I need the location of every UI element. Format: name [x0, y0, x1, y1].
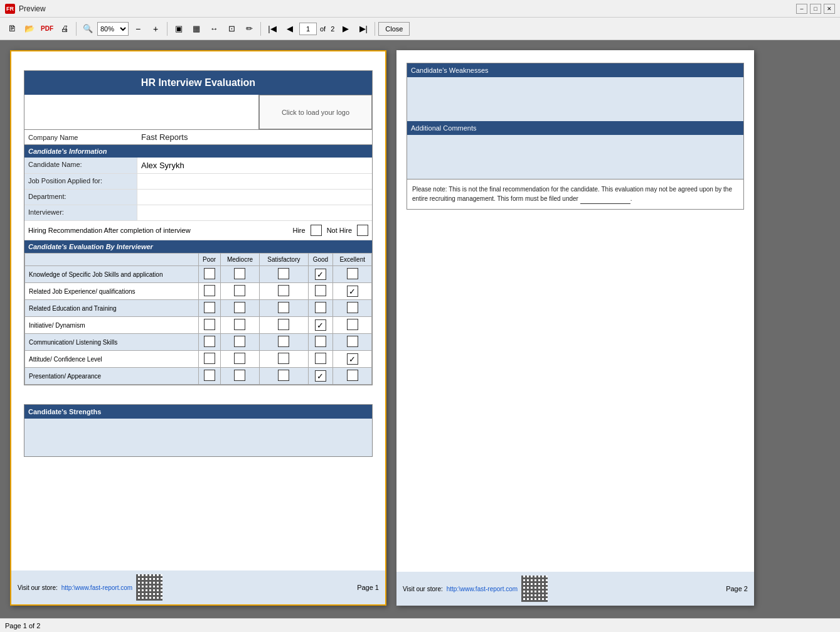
- page-number-input[interactable]: 1: [299, 23, 317, 35]
- minimize-button[interactable]: –: [796, 4, 807, 14]
- eval-checkbox-cell: [220, 334, 259, 351]
- eval-col-excellent: Excellent: [333, 254, 372, 266]
- eval-checkbox[interactable]: [347, 302, 358, 313]
- eval-checkbox[interactable]: [347, 370, 358, 381]
- fit-width-button[interactable]: ↔: [206, 21, 222, 37]
- eval-checkbox-cell: ✓: [333, 351, 372, 368]
- eval-checkbox[interactable]: [234, 353, 245, 364]
- zoom-select[interactable]: 80% 100% 150%: [97, 22, 129, 36]
- interviewer-value: [137, 205, 372, 220]
- eval-checkbox[interactable]: [347, 268, 358, 279]
- new-button[interactable]: 🖹: [4, 21, 20, 37]
- eval-checkbox[interactable]: [234, 370, 245, 381]
- save-pdf-button[interactable]: PDF: [39, 21, 55, 37]
- eval-checkbox[interactable]: ✓: [315, 319, 326, 331]
- close-preview-button[interactable]: Close: [378, 22, 410, 36]
- next-page-button[interactable]: ▶: [338, 21, 354, 37]
- eval-checkbox[interactable]: [315, 285, 326, 296]
- eval-checkbox[interactable]: [278, 285, 289, 296]
- company-row: Company Name Fast Reports: [24, 130, 372, 145]
- footer2-visit-text: Visit our store:: [403, 586, 443, 592]
- eval-checkbox-cell: [198, 283, 220, 300]
- load-logo-button[interactable]: Click to load your logo: [259, 95, 372, 129]
- eval-checkbox[interactable]: [347, 319, 358, 330]
- eval-checkbox[interactable]: [204, 285, 215, 296]
- eval-checkbox-cell: [220, 368, 259, 385]
- eval-checkbox[interactable]: [204, 268, 215, 279]
- eval-checkbox[interactable]: [347, 336, 358, 347]
- footer-link[interactable]: http:\www.fast-report.com: [61, 584, 132, 591]
- eval-checkbox-cell: [220, 300, 259, 317]
- eval-checkbox[interactable]: ✓: [347, 286, 358, 297]
- eval-checkbox-cell: [198, 368, 220, 385]
- eval-checkbox-cell: [308, 300, 333, 317]
- weaknesses-body: [407, 77, 743, 121]
- separator-3: [260, 22, 261, 36]
- eval-checkbox[interactable]: [234, 285, 245, 296]
- prev-page-button[interactable]: ◀: [282, 21, 298, 37]
- hire-checkbox[interactable]: [311, 225, 322, 236]
- eval-checkbox-cell: [260, 351, 308, 368]
- eval-checkbox[interactable]: [234, 319, 245, 330]
- eval-row-label: Initiative/ Dynamism: [25, 317, 199, 334]
- open-button[interactable]: 📂: [21, 21, 38, 37]
- not-hire-checkbox[interactable]: [357, 225, 368, 236]
- page-view-button[interactable]: ▣: [171, 21, 187, 37]
- eval-col-good: Good: [308, 254, 333, 266]
- search-button[interactable]: 🔍: [80, 21, 96, 37]
- eval-checkbox[interactable]: [278, 353, 289, 364]
- eval-checkbox-cell: [333, 266, 372, 283]
- eval-checkbox[interactable]: [278, 319, 289, 330]
- eval-checkbox-cell: [220, 266, 259, 283]
- eval-checkbox-cell: [198, 334, 220, 351]
- page-2: Candidate's Weaknesses Additional Commen…: [396, 50, 754, 606]
- eval-checkbox[interactable]: ✓: [315, 269, 326, 280]
- page2-footer: Visit our store: http:\www.fast-report.c…: [396, 572, 754, 606]
- footer-visit-text: Visit our store:: [18, 584, 58, 591]
- qr-code-page2: [521, 576, 548, 602]
- strengths-body: [24, 419, 372, 456]
- maximize-button[interactable]: □: [810, 4, 821, 14]
- eval-checkbox[interactable]: [234, 268, 245, 279]
- eval-checkbox[interactable]: [315, 336, 326, 347]
- note-text: Please note: This is not the final recom…: [407, 179, 743, 209]
- eval-checkbox[interactable]: [204, 302, 215, 313]
- eval-checkbox-cell: [333, 300, 372, 317]
- candidate-name-value: Alex Syrykh: [137, 158, 372, 173]
- eval-checkbox[interactable]: [278, 336, 289, 347]
- edit-button[interactable]: ✏: [241, 21, 257, 37]
- separator-2: [167, 22, 167, 36]
- qr-code-page1: [136, 574, 162, 601]
- weaknesses-header: Candidate's Weaknesses: [407, 63, 743, 77]
- eval-checkbox[interactable]: [315, 353, 326, 364]
- two-page-button[interactable]: ▦: [188, 21, 205, 37]
- eval-checkbox-cell: [198, 300, 220, 317]
- first-page-button[interactable]: |◀: [264, 21, 280, 37]
- eval-checkbox[interactable]: [204, 319, 215, 330]
- window-controls: – □ ✕: [796, 4, 835, 14]
- eval-checkbox[interactable]: [278, 268, 289, 279]
- eval-checkbox[interactable]: [278, 370, 289, 381]
- interviewer-label: Interviewer:: [24, 205, 137, 220]
- last-page-button[interactable]: ▶|: [355, 21, 371, 37]
- company-label: Company Name: [28, 134, 141, 141]
- eval-checkbox[interactable]: [234, 302, 245, 313]
- logo-area: [24, 95, 259, 129]
- zoom-in-button[interactable]: +: [147, 21, 164, 37]
- eval-checkbox[interactable]: [315, 302, 326, 313]
- close-window-button[interactable]: ✕: [824, 4, 835, 14]
- fit-page-button[interactable]: ⊡: [223, 21, 240, 37]
- eval-checkbox[interactable]: [204, 336, 215, 347]
- footer2-link[interactable]: http:\www.fast-report.com: [447, 586, 518, 592]
- print-button[interactable]: 🖨: [56, 21, 73, 37]
- eval-checkbox-cell: [260, 283, 308, 300]
- eval-checkbox[interactable]: [204, 353, 215, 364]
- department-label: Department:: [24, 190, 137, 205]
- hire-label: Hiring Recommendation After completion o…: [28, 227, 287, 234]
- zoom-out-button[interactable]: −: [130, 21, 146, 37]
- eval-checkbox[interactable]: [204, 370, 215, 381]
- eval-checkbox[interactable]: [234, 336, 245, 347]
- eval-checkbox[interactable]: [278, 302, 289, 313]
- eval-checkbox[interactable]: ✓: [315, 370, 326, 382]
- eval-checkbox[interactable]: ✓: [347, 353, 358, 365]
